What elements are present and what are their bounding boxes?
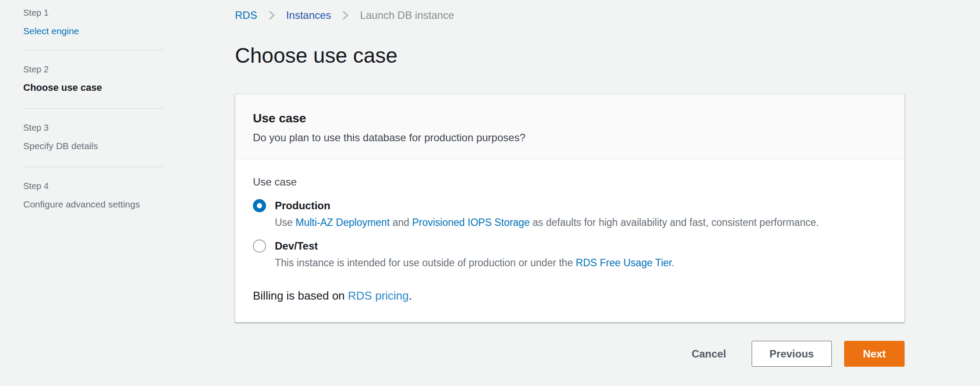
sidebar-item-select-engine[interactable]: Select engine bbox=[23, 25, 142, 38]
production-option-label[interactable]: Production bbox=[275, 199, 819, 212]
use-case-card-body: Use case Production Use Multi-AZ Deploym… bbox=[235, 160, 904, 322]
step-group-2: Step 2 Choose use case bbox=[23, 50, 163, 108]
next-button[interactable]: Next bbox=[844, 341, 905, 367]
description-text: . bbox=[671, 257, 674, 268]
cancel-button[interactable]: Cancel bbox=[692, 341, 726, 367]
step-number: Step 4 bbox=[23, 180, 163, 192]
rds-free-usage-tier-link[interactable]: RDS Free Usage Tier bbox=[576, 257, 672, 268]
billing-note: Billing is based on RDS pricing. bbox=[253, 289, 887, 303]
dev-test-radio-button[interactable] bbox=[253, 239, 266, 253]
card-title: Use case bbox=[253, 111, 887, 126]
breadcrumb-current-page: Launch DB instance bbox=[360, 9, 454, 22]
breadcrumb: RDS Instances Launch DB instance bbox=[235, 9, 905, 22]
step-group-1: Step 1 Select engine bbox=[23, 0, 163, 50]
provisioned-iops-storage-link[interactable]: Provisioned IOPS Storage bbox=[412, 217, 529, 228]
dev-test-option-description: This instance is intended for use outsid… bbox=[275, 256, 675, 269]
sidebar-item-specify-db-details: Specify DB details bbox=[23, 139, 142, 153]
step-group-4: Step 4 Configure advanced settings bbox=[23, 167, 163, 225]
multi-az-deployment-link[interactable]: Multi-AZ Deployment bbox=[295, 217, 390, 228]
rds-pricing-link[interactable]: RDS pricing bbox=[348, 289, 409, 302]
use-case-field-label: Use case bbox=[253, 175, 887, 189]
use-case-card: Use case Do you plan to use this databas… bbox=[235, 94, 905, 322]
wizard-steps-sidebar: Step 1 Select engine Step 2 Choose use c… bbox=[0, 0, 235, 386]
dev-test-option-row: Dev/Test This instance is intended for u… bbox=[253, 239, 887, 269]
previous-button[interactable]: Previous bbox=[752, 341, 832, 367]
production-option-description: Use Multi-AZ Deployment and Provisioned … bbox=[275, 216, 819, 229]
billing-text: . bbox=[409, 289, 412, 302]
production-option-content: Production Use Multi-AZ Deployment and P… bbox=[275, 199, 819, 229]
description-text: as defaults for high availability and fa… bbox=[530, 217, 819, 228]
sidebar-item-choose-use-case: Choose use case bbox=[23, 81, 142, 94]
description-text: This instance is intended for use outsid… bbox=[275, 257, 576, 268]
chevron-right-icon bbox=[340, 10, 351, 21]
step-number: Step 3 bbox=[23, 122, 163, 133]
breadcrumb-link-instances[interactable]: Instances bbox=[286, 9, 331, 22]
billing-text: Billing is based on bbox=[253, 289, 348, 302]
step-number: Step 2 bbox=[23, 64, 163, 75]
step-number: Step 1 bbox=[23, 7, 163, 18]
page-title: Choose use case bbox=[235, 43, 905, 68]
description-text: Use bbox=[275, 217, 295, 228]
sidebar-item-configure-advanced-settings: Configure advanced settings bbox=[23, 198, 142, 211]
production-radio-button[interactable] bbox=[253, 199, 266, 212]
dev-test-option-content: Dev/Test This instance is intended for u… bbox=[275, 239, 675, 269]
card-subtitle: Do you plan to use this database for pro… bbox=[253, 131, 887, 144]
main-content: RDS Instances Launch DB instance Choose … bbox=[235, 0, 980, 386]
wizard-footer-actions: Cancel Previous Next bbox=[235, 341, 905, 367]
dev-test-option-label[interactable]: Dev/Test bbox=[275, 239, 675, 253]
breadcrumb-link-rds[interactable]: RDS bbox=[235, 9, 257, 22]
description-text: and bbox=[390, 217, 412, 228]
use-case-card-header: Use case Do you plan to use this databas… bbox=[235, 94, 904, 160]
chevron-right-icon bbox=[266, 10, 277, 21]
step-group-3: Step 3 Specify DB details bbox=[23, 108, 163, 167]
production-option-row: Production Use Multi-AZ Deployment and P… bbox=[253, 199, 887, 229]
